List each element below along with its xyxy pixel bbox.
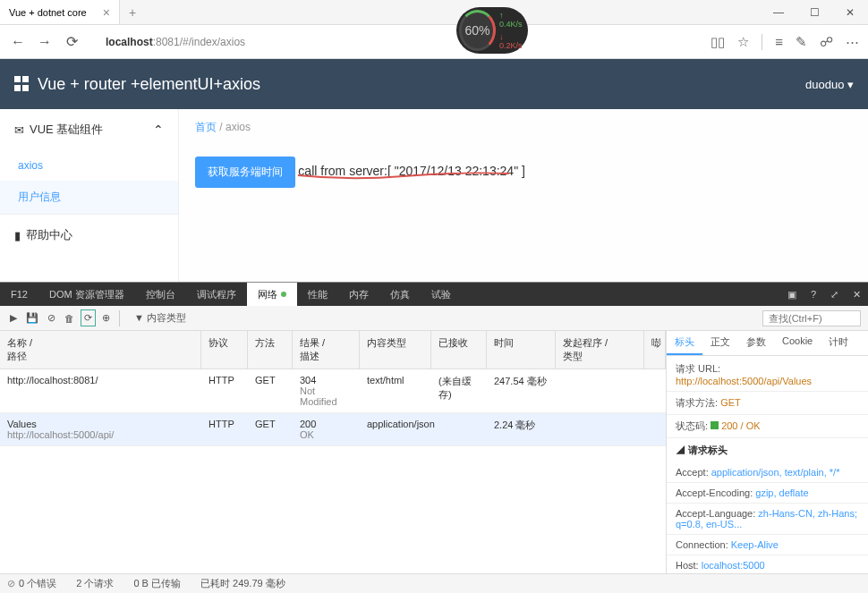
close-window-button[interactable]: ✕ [832, 6, 868, 19]
sidebar: ✉ VUE 基础组件 ⌃ axios 用户信息 ▮ 帮助中心 [0, 109, 179, 282]
devtools: F12 DOM 资源管理器 控制台 调试程序 网络 性能 内存 仿真 试验 ▣ … [0, 282, 868, 593]
notes-icon[interactable]: ✎ [796, 34, 807, 50]
tab-experiments[interactable]: 试验 [421, 283, 462, 306]
tab-cookie[interactable]: Cookie [774, 331, 821, 355]
tab-network[interactable]: 网络 [247, 283, 297, 306]
browser-tab-bar: Vue + dotnet core × + — ☐ ✕ [0, 0, 868, 25]
favorite-icon[interactable]: ☆ [737, 34, 749, 50]
sidebar-item-userinfo[interactable]: 用户信息 [0, 181, 178, 214]
sidebar-group-help[interactable]: ▮ 帮助中心 [0, 214, 178, 256]
export-icon[interactable]: 💾 [23, 310, 41, 326]
chevron-up-icon: ⌃ [153, 123, 164, 137]
maximize-button[interactable]: ☐ [796, 6, 832, 19]
help-icon[interactable]: ? [804, 283, 823, 306]
col-time[interactable]: 时间 [487, 331, 556, 369]
request-row[interactable]: http://localhost:8081/HTTPGET304Not Modi… [0, 369, 666, 413]
footer-transferred: 0 B 已传输 [133, 577, 181, 590]
browser-toolbar: ← → ⟳ localhost:8081/#/index/axios 60% ↑… [0, 25, 868, 59]
more-icon[interactable]: ⋯ [846, 34, 859, 50]
filter-icon[interactable]: ⊕ [99, 310, 113, 326]
pin-icon[interactable]: ⤢ [823, 283, 846, 306]
detail-request-url: 请求 URL: http://localhost:5000/api/Values [667, 358, 868, 392]
breadcrumb-current: axios [226, 121, 251, 133]
sidebar-group-vue[interactable]: ✉ VUE 基础组件 ⌃ [0, 109, 178, 150]
col-protocol[interactable]: 协议 [201, 331, 248, 369]
share-icon[interactable]: ☍ [820, 34, 833, 50]
url-bar[interactable]: localhost:8081/#/index/axios [98, 32, 702, 52]
reading-view-icon[interactable]: ▯▯ [711, 34, 725, 50]
persist-icon[interactable]: ⟳ [81, 309, 96, 326]
content-type-filter[interactable]: ▼ 内容类型 [132, 309, 189, 326]
footer-errors[interactable]: 0 个错误 [7, 577, 56, 590]
tab-dom[interactable]: DOM 资源管理器 [38, 283, 135, 306]
annotation-underline [296, 172, 511, 182]
footer-elapsed: 已耗时 249.79 毫秒 [200, 577, 285, 590]
tab-timing[interactable]: 计时 [821, 331, 856, 355]
network-toolbar: ▶ 💾 ⊘ 🗑 ⟳ ⊕ ▼ 内容类型 [0, 306, 868, 331]
col-type[interactable]: 内容类型 [360, 331, 431, 369]
sidebar-group-label: VUE 基础组件 [30, 122, 103, 138]
speed-percent: 60% [459, 10, 496, 51]
dock-icon[interactable]: ▣ [780, 283, 804, 306]
request-row[interactable]: Valueshttp://localhost:5000/api/HTTPGET2… [0, 413, 666, 446]
footer-requests: 2 个请求 [76, 577, 114, 590]
tab-memory[interactable]: 内存 [338, 283, 379, 306]
tab-console[interactable]: 控制台 [135, 283, 186, 306]
url-host: localhost [106, 36, 153, 48]
separator [119, 310, 125, 326]
sidebar-item-axios[interactable]: axios [0, 150, 178, 181]
speed-widget: 60% ↑ 0.4K/s ↓ 0.2K/s [456, 7, 528, 54]
forward-button[interactable]: → [36, 34, 54, 50]
status-square-icon [711, 421, 719, 429]
col-received[interactable]: 已接收 [431, 331, 487, 369]
hub-icon[interactable]: ≡ [775, 34, 783, 49]
play-icon[interactable]: ▶ [7, 310, 20, 326]
app-header: Vue + router +elementUI+axios duoduo ▾ [0, 59, 868, 109]
tab-body[interactable]: 正文 [702, 331, 738, 355]
tab-title: Vue + dotnet core [9, 7, 87, 18]
request-table: 名称 / 路径 协议 方法 结果 / 描述 内容类型 已接收 时间 发起程序 /… [0, 331, 666, 573]
header-row: Host: localhost:5000 [667, 555, 868, 573]
new-tab-button[interactable]: + [120, 5, 145, 20]
clear-cache-icon[interactable]: 🗑 [62, 311, 77, 326]
header-row: Accept-Encoding: gzip, deflate [667, 483, 868, 504]
f12-label: F12 [0, 283, 38, 306]
clear-icon[interactable]: ⊘ [45, 310, 58, 326]
search-input[interactable] [762, 310, 861, 326]
user-menu[interactable]: duoduo ▾ [805, 78, 854, 91]
devtools-tabs: F12 DOM 资源管理器 控制台 调试程序 网络 性能 内存 仿真 试验 ▣ … [0, 283, 868, 306]
detail-status: 状态码: 200 / OK [667, 415, 868, 438]
section-request-headers[interactable]: ◢ 请求标头 [667, 438, 868, 462]
header-row: Connection: Keep-Alive [667, 535, 868, 555]
header-row: Accept-Language: zh-Hans-CN, zh-Hans; q=… [667, 504, 868, 535]
close-devtools-icon[interactable]: ✕ [846, 283, 868, 306]
back-button[interactable]: ← [9, 34, 27, 50]
tab-headers[interactable]: 标头 [667, 331, 702, 355]
mail-icon: ✉ [14, 123, 24, 137]
tab-params[interactable]: 参数 [738, 331, 774, 355]
browser-tab[interactable]: Vue + dotnet core × [0, 0, 120, 24]
col-result[interactable]: 结果 / 描述 [293, 331, 360, 369]
minimize-button[interactable]: — [761, 6, 796, 19]
header-row: Accept: application/json, text/plain, */… [667, 462, 868, 483]
tab-debugger[interactable]: 调试程序 [186, 283, 247, 306]
tab-emulation[interactable]: 仿真 [379, 283, 421, 306]
tab-performance[interactable]: 性能 [297, 283, 338, 306]
bars-icon: ▮ [14, 229, 21, 242]
refresh-button[interactable]: ⟳ [63, 33, 81, 50]
detail-method: 请求方法: GET [667, 392, 868, 415]
logo-icon [14, 76, 30, 92]
col-other[interactable]: 嘭 [644, 331, 666, 369]
breadcrumb-home[interactable]: 首页 [195, 121, 217, 133]
col-method[interactable]: 方法 [248, 331, 293, 369]
close-icon[interactable]: × [103, 5, 110, 20]
main-content: 首页 / axios 获取服务端时间 call from server:[ "2… [179, 109, 868, 282]
col-initiator[interactable]: 发起程序 / 类型 [556, 331, 644, 369]
speed-down: ↓ 0.2K/s [499, 32, 525, 50]
separator [762, 34, 762, 50]
col-name[interactable]: 名称 / 路径 [0, 331, 201, 369]
speed-up: ↑ 0.4K/s [499, 11, 525, 29]
details-panel: 标头 正文 参数 Cookie 计时 请求 URL: http://localh… [666, 331, 868, 573]
fetch-server-time-button[interactable]: 获取服务端时间 [195, 157, 295, 188]
devtools-footer: 0 个错误 2 个请求 0 B 已传输 已耗时 249.79 毫秒 [0, 573, 868, 593]
